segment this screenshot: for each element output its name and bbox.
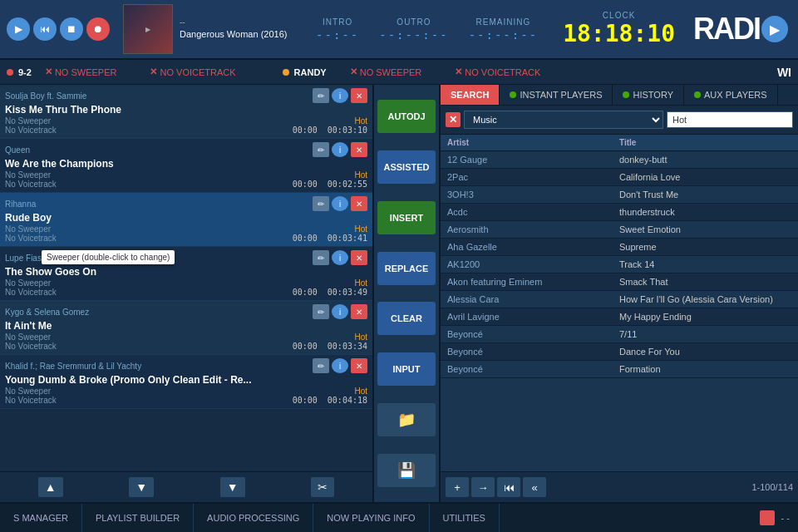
playlist-item: Khalid f.; Rae Sremmurd & Lil Yachty ✏ i… <box>0 355 372 409</box>
item-voicetrack: No Voicetrack 00:00 00:04:18 <box>5 396 367 405</box>
item-timing: 00:00 00:04:18 <box>293 396 367 405</box>
result-row[interactable]: AK1200Track 14 <box>441 256 798 273</box>
search-filter-bar: ✕ Music Jingles Promos <box>441 106 798 135</box>
tab-aux-players[interactable]: AUX PLAYERS <box>684 85 778 105</box>
result-row[interactable]: Acdcthunderstruck <box>441 204 798 221</box>
bottom-right: - - <box>751 510 798 525</box>
tab-search[interactable]: SEARCH <box>441 85 500 105</box>
result-row[interactable]: Aha GazelleSupreme <box>441 239 798 256</box>
result-row[interactable]: BeyoncéDance For You <box>441 343 798 361</box>
item-vt-label: No Voicetrack <box>5 342 57 351</box>
item-title: It Ain't Me <box>5 320 367 332</box>
item-title: Rude Boy <box>5 212 367 224</box>
tab-s-manager[interactable]: S MANAGER <box>0 504 82 532</box>
item-title: Kiss Me Thru The Phone <box>5 104 367 116</box>
insert-button[interactable]: INSERT <box>377 201 436 234</box>
tab-utilities[interactable]: UTILITIES <box>430 504 500 532</box>
delete-button[interactable]: ✕ <box>351 142 367 157</box>
move-top-button[interactable]: ▲ <box>38 477 63 497</box>
item-artist: Queen <box>5 145 30 155</box>
result-row[interactable]: Alessia CaraHow Far I'll Go (Alessia Car… <box>441 291 798 308</box>
result-row[interactable]: 12 Gaugedonkey-butt <box>441 151 798 169</box>
save-button[interactable]: 💾 <box>377 454 436 487</box>
edit-button[interactable]: ✏ <box>313 250 329 265</box>
info-button[interactable]: i <box>332 196 348 211</box>
second-bar: 9-2 ✕ NO SWEEPER ✕ NO VOICETRACK RANDY ✕… <box>0 60 798 85</box>
item-artist: Khalid f.; Rae Sremmurd & Lil Yachty <box>5 362 141 371</box>
item-meta: No Sweeper Hot <box>5 116 367 126</box>
result-artist: Avril Lavigne <box>447 312 619 322</box>
edit-button[interactable]: ✏ <box>313 88 329 103</box>
item-sweeper: No Sweeper <box>5 116 51 126</box>
result-row[interactable]: BeyoncéFormation <box>441 361 798 378</box>
no-sweeper2-label: ✕ NO SWEEPER <box>350 66 422 77</box>
search-nav-buttons: + → ⏮ « <box>446 477 546 497</box>
first-page-button[interactable]: ⏮ <box>497 477 520 497</box>
result-row[interactable]: 3OH!3Don't Trust Me <box>441 186 798 204</box>
result-artist: Aerosmith <box>447 224 619 234</box>
item-meta: No Sweeper Hot <box>5 278 367 288</box>
result-row[interactable]: Akon featuring EminemSmack That <box>441 273 798 291</box>
info-button[interactable]: i <box>332 142 348 157</box>
folder-button[interactable]: 📁 <box>377 403 436 436</box>
result-row[interactable]: 2PacCalifornia Love <box>441 169 798 186</box>
remaining-label: REMAINING <box>469 17 538 27</box>
move-up-button[interactable]: ▼ <box>129 477 154 497</box>
delete-button[interactable]: ✕ <box>351 358 367 373</box>
clear-button[interactable]: CLEAR <box>377 302 436 335</box>
result-title: Smack That <box>619 277 791 287</box>
red-status-square <box>760 510 775 525</box>
item-hot: Hot <box>354 278 367 288</box>
info-button[interactable]: i <box>332 88 348 103</box>
info-button[interactable]: i <box>332 304 348 319</box>
delete-button[interactable]: ✕ <box>351 88 367 103</box>
item-voicetrack: No Voicetrack 00:00 00:03:10 <box>5 126 367 135</box>
cut-button[interactable]: ✂ <box>311 477 334 497</box>
item-artist: Rihanna <box>5 200 36 209</box>
assisted-button[interactable]: ASSISTED <box>377 150 436 184</box>
clear-search-button[interactable]: ✕ <box>446 112 461 127</box>
forward-button[interactable]: → <box>471 477 495 497</box>
result-artist: Aha Gazelle <box>447 242 619 252</box>
result-title: How Far I'll Go (Alessia Cara Version) <box>619 294 791 304</box>
result-title: Supreme <box>619 242 791 252</box>
stop-button[interactable]: ⏹ <box>60 17 83 41</box>
skip-button[interactable]: ⏮ <box>33 17 57 41</box>
delete-button[interactable]: ✕ <box>351 196 367 211</box>
info-button[interactable]: i <box>332 358 348 373</box>
item-controls: ✏ i ✕ <box>313 88 367 103</box>
logo-play-button[interactable]: ▶ <box>761 16 788 42</box>
item-sweeper: No Sweeper <box>5 278 51 288</box>
edit-button[interactable]: ✏ <box>313 142 329 157</box>
channel1-info: 9-2 <box>7 67 32 77</box>
result-row[interactable]: Avril LavigneMy Happy Ending <box>441 308 798 326</box>
add-to-playlist-button[interactable]: + <box>446 477 469 497</box>
info-button[interactable]: i <box>332 250 348 265</box>
result-title: California Love <box>619 172 791 182</box>
item-hot: Hot <box>354 332 367 342</box>
tab-instant-players[interactable]: INSTANT PLAYERS <box>500 85 613 105</box>
edit-button[interactable]: ✏ <box>313 196 329 211</box>
edit-button[interactable]: ✏ <box>313 304 329 319</box>
result-row[interactable]: Beyoncé7/11 <box>441 326 798 343</box>
delete-button[interactable]: ✕ <box>351 304 367 319</box>
rec-button[interactable]: ⏺ <box>86 17 110 41</box>
move-down-button[interactable]: ▼ <box>220 477 245 497</box>
edit-button[interactable]: ✏ <box>313 358 329 373</box>
hot-filter-input[interactable] <box>667 111 793 128</box>
autodj-button[interactable]: AUTODJ <box>377 100 436 133</box>
prev-page-button[interactable]: « <box>523 477 546 497</box>
replace-button[interactable]: REPLACE <box>377 252 436 285</box>
tab-playlist-builder[interactable]: PLAYLIST BUILDER <box>82 504 194 532</box>
tab-audio-processing[interactable]: AUDIO PROCESSING <box>194 504 313 532</box>
delete-button[interactable]: ✕ <box>351 250 367 265</box>
result-row[interactable]: AerosmithSweet Emotion <box>441 221 798 239</box>
category-select[interactable]: Music Jingles Promos <box>464 111 663 129</box>
no-sweeper2-icon: ✕ <box>350 66 357 77</box>
item-title: The Show Goes On <box>5 266 367 278</box>
input-button[interactable]: INPUT <box>377 352 436 386</box>
tab-history[interactable]: HISTORY <box>613 85 684 105</box>
play-button[interactable]: ▶ <box>7 17 30 41</box>
item-hot: Hot <box>354 116 367 126</box>
tab-now-playing-info[interactable]: NOW PLAYING INFO <box>313 504 429 532</box>
